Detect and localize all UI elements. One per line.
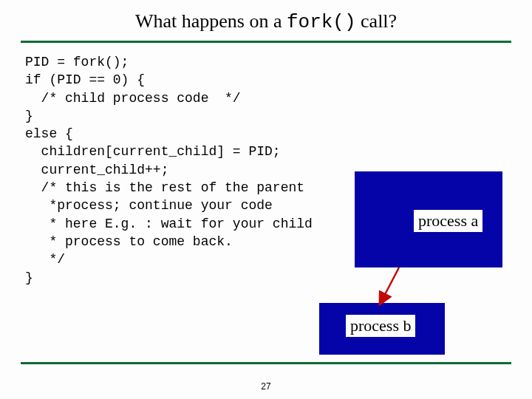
divider-bottom [21,362,511,364]
page-number: 27 [0,381,532,392]
code-block: PID = fork(); if (PID == 0) { /* child p… [0,43,532,287]
title-suffix: call? [356,10,398,32]
process-a-label: process a [414,210,482,232]
slide-title: What happens on a fork() call? [0,0,532,41]
title-mono: fork() [287,11,356,33]
fork-arrow-icon [377,265,406,309]
title-prefix: What happens on a [135,10,287,32]
svg-line-0 [381,267,399,301]
process-b-label: process b [346,315,415,337]
